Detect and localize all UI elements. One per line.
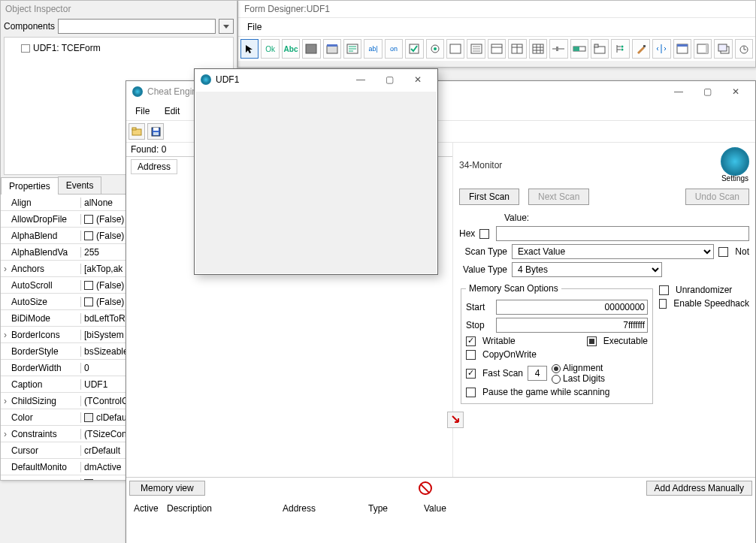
palette-checkbox[interactable] [405, 39, 423, 59]
svg-rect-48 [152, 128, 160, 136]
palette-pointer[interactable] [240, 39, 259, 59]
add-to-list-arrow-button[interactable] [447, 412, 464, 428]
palette-shape[interactable] [446, 39, 464, 59]
copyonwrite-checkbox[interactable] [466, 350, 476, 360]
palette-splitter[interactable] [652, 39, 670, 59]
memory-view-button[interactable]: Memory view [129, 481, 205, 496]
prop-name: BorderWidth [10, 363, 80, 373]
first-scan-button[interactable]: First Scan [459, 189, 519, 205]
fastscan-value-input[interactable] [528, 366, 547, 381]
svg-rect-2 [327, 44, 337, 47]
components-dropdown-button[interactable] [219, 19, 234, 34]
executable-checkbox[interactable] [587, 336, 597, 346]
close-button[interactable]: ✕ [722, 84, 749, 99]
svg-rect-46 [132, 129, 141, 135]
prop-name: Cursor [10, 445, 80, 456]
maximize-button[interactable]: ▢ [694, 84, 721, 99]
address-list[interactable] [126, 518, 755, 543]
svg-rect-49 [153, 128, 159, 131]
svg-rect-40 [706, 44, 708, 53]
components-input[interactable] [58, 19, 216, 34]
palette-timer[interactable] [735, 39, 753, 59]
lastdigits-radio[interactable] [552, 375, 561, 384]
minimize-button[interactable]: — [347, 72, 374, 87]
start-input[interactable] [496, 300, 648, 315]
value-input[interactable] [496, 226, 749, 241]
maximize-button[interactable]: ▢ [376, 72, 403, 87]
alignment-radio[interactable] [552, 364, 561, 373]
writable-checkbox[interactable] [466, 336, 476, 346]
prop-name: AutoSize [10, 297, 80, 307]
menu-file[interactable]: File [243, 20, 266, 35]
svg-rect-38 [677, 44, 688, 47]
col-active[interactable]: Active [131, 502, 161, 515]
prop-name: DefaultMonito [10, 462, 80, 472]
no-entry-icon[interactable] [419, 481, 432, 495]
palette-listview[interactable] [508, 39, 526, 59]
palette-listbox[interactable] [467, 39, 485, 59]
form-designer-window: Form Designer:UDF1 File Ok Abc ab| on [237, 0, 756, 68]
menu-edit[interactable]: Edit [159, 104, 186, 119]
palette-edit[interactable]: ab| [364, 39, 382, 59]
bool-checkbox[interactable] [84, 281, 93, 290]
color-swatch[interactable] [84, 413, 93, 422]
palette-panel[interactable] [302, 39, 320, 59]
palette-label[interactable]: Abc [282, 39, 300, 59]
prop-name: ChildSizing [10, 396, 80, 406]
settings-link[interactable]: Settings [721, 174, 749, 183]
not-checkbox[interactable] [718, 247, 728, 257]
palette-trackbar[interactable] [549, 39, 567, 59]
unrandomizer-checkbox[interactable] [659, 285, 669, 295]
hex-checkbox[interactable] [479, 229, 489, 239]
col-type[interactable]: Type [365, 502, 418, 515]
bool-checkbox[interactable] [84, 215, 93, 224]
column-address[interactable]: Address [131, 159, 177, 174]
palette-button[interactable]: Ok [261, 39, 279, 59]
cheat-engine-logo[interactable] [721, 147, 749, 176]
palette-groupbox[interactable] [323, 39, 341, 59]
svg-point-35 [621, 49, 623, 51]
form-design-surface[interactable] [195, 92, 437, 273]
palette-tabcontrol[interactable] [591, 39, 609, 59]
udf1-window[interactable]: UDF1 — ▢ ✕ [194, 68, 438, 275]
palette-toggle[interactable]: on [385, 39, 403, 59]
bool-checkbox[interactable] [84, 231, 93, 240]
palette-form[interactable] [673, 39, 691, 59]
palette-treeview[interactable] [611, 39, 629, 59]
not-label: Not [735, 246, 749, 257]
open-process-button[interactable] [129, 123, 145, 140]
col-description[interactable]: Description [164, 502, 277, 515]
stop-label: Stop [466, 320, 491, 330]
svg-rect-29 [594, 47, 605, 53]
value-type-label: Value Type [459, 264, 507, 275]
tab-events[interactable]: Events [58, 176, 102, 194]
col-value[interactable]: Value [421, 502, 751, 515]
bool-checkbox[interactable] [84, 479, 93, 481]
minimize-button[interactable]: — [665, 84, 692, 99]
speedhack-checkbox[interactable] [659, 299, 667, 309]
menu-file[interactable]: File [129, 104, 156, 119]
col-address[interactable]: Address [280, 502, 362, 515]
bool-checkbox[interactable] [84, 297, 93, 306]
palette-radio[interactable] [426, 39, 444, 59]
palette-paintbox[interactable] [632, 39, 650, 59]
scan-type-select[interactable]: Exact Value [512, 244, 714, 259]
tab-properties[interactable]: Properties [1, 177, 59, 195]
tree-item-udf1[interactable]: UDF1: TCEForm [8, 41, 230, 56]
svg-rect-27 [573, 47, 585, 51]
palette-combobox[interactable] [488, 39, 506, 59]
fastscan-checkbox[interactable] [466, 369, 476, 379]
palette-memo[interactable] [343, 39, 361, 59]
stop-input[interactable] [496, 318, 648, 333]
palette-scrollbox[interactable] [694, 39, 712, 59]
palette-pagecontrol[interactable] [714, 39, 732, 59]
save-button[interactable] [147, 123, 164, 140]
value-type-select[interactable]: 4 Bytes [512, 262, 662, 277]
pause-checkbox[interactable] [466, 388, 476, 397]
prop-name: Color [10, 412, 80, 423]
add-address-manually-button[interactable]: Add Address Manually [646, 481, 752, 496]
palette-stringgrid[interactable] [529, 39, 547, 59]
palette-progressbar[interactable] [570, 39, 588, 59]
close-button[interactable]: ✕ [404, 72, 431, 87]
svg-rect-10 [450, 44, 461, 53]
